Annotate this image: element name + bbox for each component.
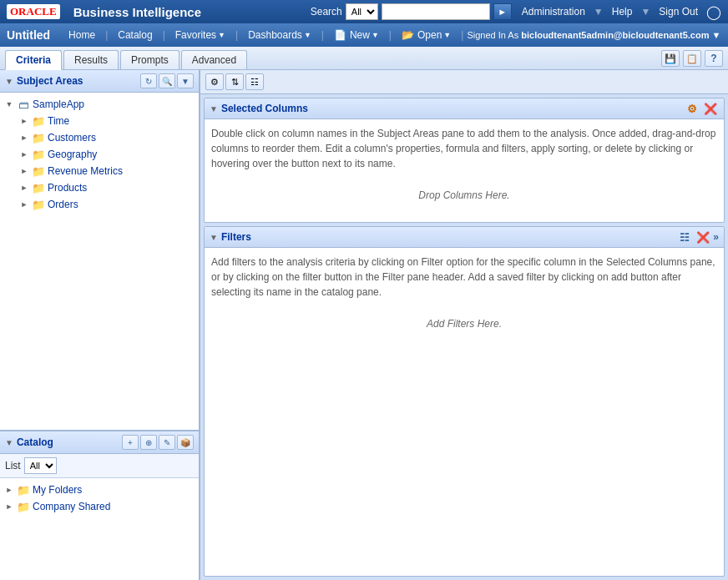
catalog-more-btn[interactable]: 📦 — [177, 435, 194, 450]
time-toggle[interactable]: ► — [18, 115, 30, 127]
subject-areas-title: Subject Areas — [17, 75, 83, 87]
drop-columns-text: Drop Columns Here. — [211, 188, 717, 203]
catalog-filter-select[interactable]: All — [24, 457, 57, 474]
administration-link[interactable]: Administration — [522, 6, 585, 18]
save-as-button[interactable]: 📋 — [683, 50, 701, 67]
tab-results[interactable]: Results — [63, 50, 119, 69]
geography-label: Geography — [48, 149, 97, 160]
columns-properties-icon[interactable]: ⚙ — [684, 101, 700, 116]
tab-prompts[interactable]: Prompts — [120, 50, 179, 69]
right-panel: ⚙ ⇅ ☷ ▼ Selected Columns ⚙ ❌ Double clic… — [200, 70, 728, 580]
search-scope-select[interactable]: All — [346, 3, 378, 20]
page-title: Untitled — [7, 28, 50, 42]
companyshared-toggle[interactable]: ► — [3, 501, 15, 512]
selected-columns-pane: ▼ Selected Columns ⚙ ❌ Double click on c… — [204, 98, 725, 223]
time-folder-icon: 📁 — [32, 114, 45, 128]
orders-label: Orders — [48, 199, 78, 210]
new-icon: 📄 — [334, 29, 346, 41]
geography-toggle[interactable]: ► — [18, 149, 30, 160]
sampleapp-label: SampleApp — [33, 98, 84, 110]
second-navbar: Untitled Home | Catalog | Favorites ▼ | … — [0, 23, 728, 47]
myfolders-toggle[interactable]: ► — [3, 484, 15, 496]
toolbar-filter-btn[interactable]: ☷ — [245, 73, 264, 90]
favorites-arrow: ▼ — [218, 31, 225, 39]
filters-add-icon[interactable]: ☷ — [676, 229, 693, 245]
geography-folder-icon: 📁 — [32, 148, 45, 161]
search-label: Search — [311, 6, 342, 18]
time-label: Time — [48, 115, 69, 127]
revenue-metrics-label: Revenue Metrics — [48, 165, 123, 177]
tree-item-products[interactable]: ► 📁 Products — [15, 179, 199, 196]
customers-label: Customers — [48, 132, 96, 144]
catalog-header: ▼ Catalog + ⊕ ✎ 📦 — [0, 431, 199, 454]
search-button[interactable]: ► — [493, 3, 512, 20]
dashboards-nav-btn[interactable]: Dashboards ▼ — [241, 28, 318, 43]
companyshared-folder-icon: 📁 — [17, 500, 30, 513]
signed-in-arrow: ▼ — [712, 30, 721, 40]
selected-columns-body: Double click on column names in the Subj… — [205, 119, 724, 222]
search-area: Search All ► — [311, 3, 512, 20]
selected-columns-collapse-icon[interactable]: ▼ — [210, 104, 218, 113]
top-nav-right: Administration ▼ Help ▼ Sign Out ◯ — [522, 4, 721, 20]
customers-toggle[interactable]: ► — [18, 132, 30, 144]
revenue-toggle[interactable]: ► — [18, 165, 30, 177]
open-nav-btn[interactable]: 📂 Open ▼ — [395, 28, 458, 43]
filters-expand-icon[interactable]: » — [713, 231, 719, 243]
tree-item-time[interactable]: ► 📁 Time — [15, 113, 199, 129]
tab-criteria[interactable]: Criteria — [5, 50, 62, 70]
subject-areas-collapse-icon[interactable]: ▼ — [5, 77, 13, 86]
tree-item-geography[interactable]: ► 📁 Geography — [15, 146, 199, 163]
tab-advanced[interactable]: Advanced — [181, 50, 247, 69]
sampleapp-toggle[interactable]: ▼ — [3, 98, 15, 110]
toolbar-settings-btn[interactable]: ⚙ — [205, 73, 224, 90]
subject-areas-search-btn[interactable]: 🔍 — [159, 73, 175, 88]
tab-icons: 💾 📋 ? — [661, 50, 723, 69]
columns-delete-icon[interactable]: ❌ — [702, 101, 719, 116]
catalog-list-bar: List All — [0, 454, 199, 478]
catalog-icons: + ⊕ ✎ 📦 — [122, 435, 194, 450]
main-content: ▼ Subject Areas ↻ 🔍 ▼ ▼ 🗃 SampleApp ► 📁 … — [0, 70, 728, 580]
orders-toggle[interactable]: ► — [18, 199, 30, 210]
help-link[interactable]: Help — [612, 6, 633, 18]
toolbar-sort-btn[interactable]: ⇅ — [225, 73, 244, 90]
myfolders-label: My Folders — [33, 484, 82, 496]
signed-in-label: Signed In As bicloudtenant5admin@bicloud… — [467, 30, 720, 40]
products-toggle[interactable]: ► — [18, 182, 30, 194]
tree-item-sampleapp[interactable]: ▼ 🗃 SampleApp — [0, 96, 199, 113]
tree-item-revenue-metrics[interactable]: ► 📁 Revenue Metrics — [15, 163, 199, 179]
subject-areas-more-btn[interactable]: ▼ — [177, 73, 194, 88]
filters-title: Filters — [221, 231, 251, 243]
catalog-nav-btn[interactable]: Catalog — [111, 28, 159, 43]
catalog-tree: ► 📁 My Folders ► 📁 Company Shared — [0, 478, 199, 580]
products-folder-icon: 📁 — [32, 181, 45, 194]
save-button[interactable]: 💾 — [661, 50, 680, 67]
home-nav-btn[interactable]: Home — [62, 28, 102, 43]
catalog-title: Catalog — [17, 436, 53, 448]
subject-areas-icons: ↻ 🔍 ▼ — [140, 73, 194, 88]
catalog-item-companyshared[interactable]: ► 📁 Company Shared — [0, 498, 199, 515]
catalog-item-myfolders[interactable]: ► 📁 My Folders — [0, 482, 199, 498]
catalog-edit-btn[interactable]: ✎ — [159, 435, 175, 450]
app-title: Business Intelligence — [73, 5, 201, 19]
catalog-new-btn[interactable]: + — [122, 435, 139, 450]
selected-columns-description: Double click on column names in the Subj… — [211, 126, 717, 171]
filters-icons: ☷ ❌ » — [676, 229, 719, 245]
filters-delete-icon[interactable]: ❌ — [695, 229, 711, 245]
selected-columns-icons: ⚙ ❌ — [684, 101, 719, 116]
search-input[interactable] — [382, 3, 490, 20]
signout-link[interactable]: Sign Out — [659, 6, 698, 18]
catalog-list-label: List — [5, 460, 21, 472]
favorites-nav-btn[interactable]: Favorites ▼ — [169, 28, 232, 43]
oracle-logo: ORACLE — [7, 4, 60, 19]
orders-folder-icon: 📁 — [32, 198, 45, 211]
subject-areas-reload-btn[interactable]: ↻ — [140, 73, 157, 88]
catalog-add-btn[interactable]: ⊕ — [140, 435, 157, 450]
new-nav-btn[interactable]: 📄 New ▼ — [327, 28, 386, 43]
tree-item-customers[interactable]: ► 📁 Customers — [15, 129, 199, 146]
help-button[interactable]: ? — [705, 50, 723, 67]
catalog-collapse-icon[interactable]: ▼ — [5, 438, 13, 447]
top-navbar: ORACLE Business Intelligence Search All … — [0, 0, 728, 23]
tabs-bar: Criteria Results Prompts Advanced 💾 📋 ? — [0, 47, 728, 70]
filters-collapse-icon[interactable]: ▼ — [210, 233, 218, 242]
tree-item-orders[interactable]: ► 📁 Orders — [15, 196, 199, 213]
